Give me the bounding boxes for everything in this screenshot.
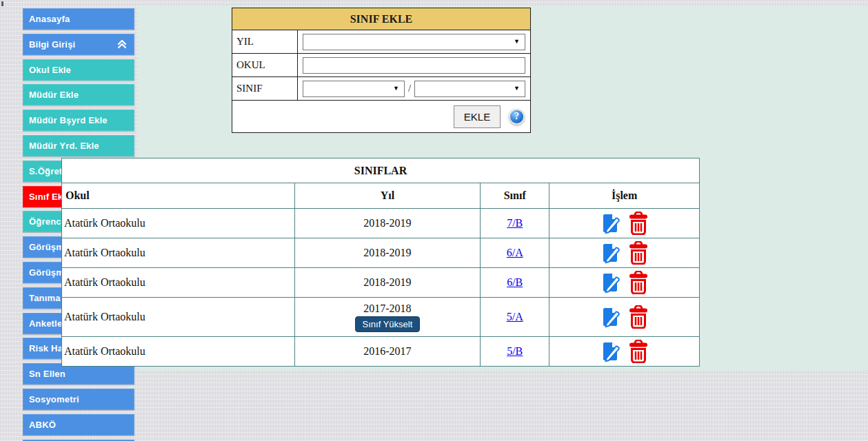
sidebar-item-label: Müdür Bşyrd Ekle [29, 115, 108, 125]
table-row: Atatürk Ortaokulu 2018-2019 7/B [62, 209, 700, 238]
sidebar-item-anasayfa[interactable]: Anasayfa [23, 8, 134, 30]
cell-yil: 2018-2019 [294, 268, 481, 298]
sidebar-item-mudur-ekle[interactable]: Müdür Ekle [23, 84, 134, 105]
ekle-button[interactable]: EKLE [454, 105, 501, 128]
cell-okul: Atatürk Ortaokulu [62, 238, 295, 268]
column-header-yil: Yıl [294, 183, 481, 209]
sidebar-item-okul-ekle[interactable]: Okul Ekle [23, 59, 134, 81]
sidebar-item-label: Okul Ekle [29, 65, 71, 75]
help-icon[interactable]: ? [509, 109, 525, 125]
cell-sinif: 5/B [481, 337, 549, 367]
sidebar-item-label: ABKÖ [29, 420, 56, 430]
delete-icon[interactable] [628, 241, 649, 265]
yil-select[interactable]: ▼ [303, 34, 525, 50]
add-class-form: SINIF EKLE YIL ▼ OKUL SINIF ▼ / ▼ EKLE [232, 8, 531, 133]
sinif-label: SINIF [232, 77, 298, 100]
edit-icon[interactable] [600, 242, 623, 264]
table-row: Atatürk Ortaokulu 2018-2019 6/B [62, 268, 700, 298]
class-link[interactable]: 7/B [507, 217, 523, 229]
okul-field [298, 54, 530, 76]
edit-icon[interactable] [600, 212, 623, 234]
sidebar-item-label: Anasayfa [29, 14, 70, 24]
cell-sinif: 6/A [481, 238, 549, 268]
cell-okul: Atatürk Ortaokulu [62, 337, 295, 367]
edit-icon[interactable] [600, 340, 623, 362]
cell-yil: 2016-2017 [294, 337, 481, 367]
cell-sinif: 6/B [481, 268, 549, 298]
sidebar-item-label: Sn Ellen [29, 369, 65, 379]
dropdown-arrow-icon: ▼ [393, 85, 399, 92]
delete-icon[interactable] [628, 305, 649, 329]
classes-table: SINIFLAR Okul Yıl Sınıf İşlem Atatürk Or… [61, 158, 700, 367]
form-row-yil: YIL ▼ [232, 30, 530, 54]
sidebar-item-label: Bilgi Girişi [29, 39, 75, 50]
cell-islem [549, 337, 700, 367]
cell-yil: 2018-2019 [294, 238, 481, 268]
sinif-separator: / [408, 83, 411, 94]
form-row-sinif: SINIF ▼ / ▼ [232, 77, 530, 101]
yil-with-promote: 2017-2018 Sınıf Yükselt [295, 301, 481, 334]
table-row: Atatürk Ortaokulu 2016-2017 5/B [62, 337, 700, 367]
table-row: Atatürk Ortaokulu 2018-2019 6/A [62, 238, 700, 268]
sidebar-item-label: Sosyometri [29, 394, 79, 404]
delete-icon[interactable] [628, 340, 649, 363]
cell-islem [549, 238, 700, 268]
delete-icon[interactable] [628, 271, 649, 294]
sinif-grade-select[interactable]: ▼ [303, 81, 405, 97]
sinif-branch-select[interactable]: ▼ [414, 81, 525, 97]
sinif-field: ▼ / ▼ [298, 77, 530, 100]
sidebar-item-mudur-yrd-ekle[interactable]: Müdür Yrd. Ekle [23, 135, 134, 156]
promote-class-button[interactable]: Sınıf Yükselt [355, 316, 421, 332]
cell-okul: Atatürk Ortaokulu [62, 268, 295, 298]
sidebar-item-label: Müdür Ekle [29, 90, 79, 100]
class-link[interactable]: 5/A [507, 311, 523, 322]
cell-yil: 2017-2018 Sınıf Yükselt [294, 298, 481, 337]
dropdown-arrow-icon: ▼ [514, 85, 520, 92]
class-link[interactable]: 5/B [507, 345, 523, 357]
sidebar-item-label: Müdür Yrd. Ekle [29, 141, 99, 151]
cell-sinif: 5/A [481, 298, 549, 337]
sidebar-item-mudur-bsyrd-ekle[interactable]: Müdür Bşyrd Ekle [23, 110, 134, 131]
column-header-islem: İşlem [549, 183, 700, 209]
sidebar-item-abko[interactable]: ABKÖ [23, 414, 134, 435]
sidebar-item-sosyometri[interactable]: Sosyometri [23, 389, 134, 410]
yil-field: ▼ [298, 30, 530, 53]
cell-islem [549, 298, 700, 337]
sidebar-item-bilgi-girisi[interactable]: Bilgi Girişi [23, 34, 134, 55]
cell-okul: Atatürk Ortaokulu [62, 298, 295, 337]
column-header-sinif: Sınıf [481, 183, 549, 209]
chevron-up-icon [117, 39, 128, 49]
class-link[interactable]: 6/A [507, 247, 523, 258]
column-header-okul: Okul [62, 183, 295, 209]
edit-icon[interactable] [600, 306, 623, 328]
edit-icon[interactable] [600, 271, 623, 294]
cell-islem [549, 209, 700, 238]
form-title: SINIF EKLE [232, 8, 530, 30]
yil-label: YIL [232, 30, 298, 53]
yil-text: 2017-2018 [363, 302, 411, 315]
cell-sinif: 7/B [481, 209, 549, 238]
okul-label: OKUL [232, 54, 298, 76]
dropdown-arrow-icon: ▼ [514, 39, 520, 45]
screen-artifact [1, 1, 3, 6]
okul-input[interactable] [303, 57, 525, 74]
table-row: Atatürk Ortaokulu 2017-2018 Sınıf Yüksel… [62, 298, 700, 337]
delete-icon[interactable] [628, 212, 649, 235]
table-header-row: Okul Yıl Sınıf İşlem [62, 183, 700, 209]
form-row-okul: OKUL [232, 54, 530, 77]
cell-okul: Atatürk Ortaokulu [62, 209, 295, 238]
table-title-row: SINIFLAR [62, 158, 700, 183]
table-title: SINIFLAR [62, 158, 700, 183]
class-link[interactable]: 6/B [507, 276, 523, 288]
cell-yil: 2018-2019 [294, 209, 481, 238]
cell-islem [549, 268, 700, 298]
form-footer: EKLE ? [232, 101, 530, 132]
